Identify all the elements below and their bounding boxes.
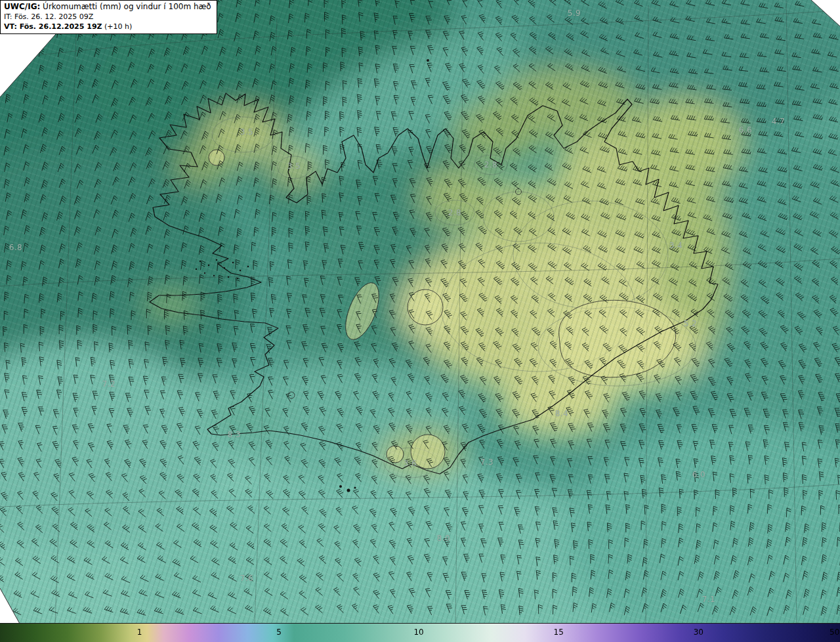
init-time: IT: Fös. 26. 12. 2025 09Z — [4, 12, 211, 22]
colorbar-tick-label: 30 — [694, 628, 704, 637]
colorbar-tick-label: 15 — [554, 628, 564, 637]
colorbar-tick-label: 1 — [137, 628, 142, 637]
product-code: UWC/IG: — [4, 2, 40, 11]
wind-barb-layer — [0, 0, 840, 624]
valid-time: VT: Fös. 26.12.2025 19Z (+10 h) — [4, 22, 211, 32]
colorbar: 1510153050 — [0, 623, 840, 642]
weather-map-page: 5.94.76.63.53.52.82.86.83.45.27.28.48.33… — [0, 0, 840, 642]
colorbar-tick-label: 10 — [413, 628, 423, 637]
colorbar-tick-label: 50 — [830, 628, 839, 637]
colorbar-tick-label: 5 — [276, 628, 282, 637]
map-title: Úrkomumætti (mm) og vindur í 100m hæð — [40, 2, 211, 11]
map-title-line: UWC/IG: Úrkomumætti (mm) og vindur í 100… — [4, 2, 211, 12]
title-box: UWC/IG: Úrkomumætti (mm) og vindur í 100… — [0, 0, 217, 34]
